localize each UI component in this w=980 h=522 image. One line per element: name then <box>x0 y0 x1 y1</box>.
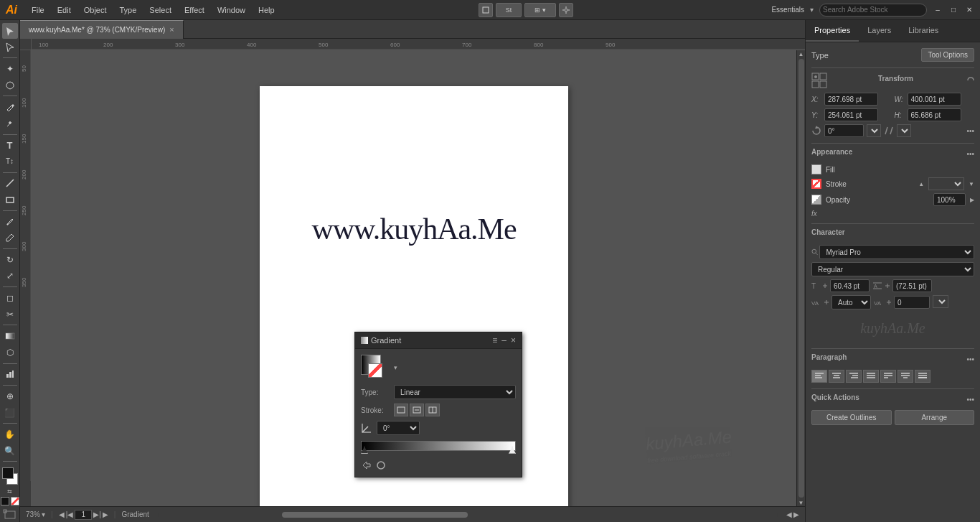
vertical-type-tool[interactable]: T↕ <box>2 154 18 169</box>
hscroll-thumb[interactable] <box>282 512 468 518</box>
stroke-weight-select[interactable] <box>928 177 964 190</box>
h-input[interactable] <box>908 108 961 121</box>
shear-select-btn[interactable]: ▾ <box>897 124 911 137</box>
workspace-dropdown[interactable]: ▾ <box>810 6 814 14</box>
canvas-viewport[interactable]: www.kuyhAa.Me Gradient ≡ – × <box>32 50 796 506</box>
gradient-reverse-icon[interactable] <box>361 460 372 471</box>
magic-wand-tool[interactable]: ✦ <box>2 61 18 77</box>
stroke-icon[interactable]: St <box>496 3 522 17</box>
scissors-tool[interactable]: ✂ <box>2 307 18 322</box>
menu-edit[interactable]: Edit <box>52 3 77 17</box>
align-left-btn[interactable] <box>811 370 827 383</box>
rectangle-tool[interactable] <box>2 192 18 208</box>
gradient-tool[interactable] <box>2 328 18 344</box>
w-input[interactable] <box>908 93 961 106</box>
constrain-icon[interactable] <box>964 75 974 85</box>
font-style-select[interactable]: Regular <box>811 262 974 276</box>
new-file-icon[interactable] <box>479 3 493 17</box>
hscroll-right[interactable]: ▶ <box>793 511 799 518</box>
gradient-panel-options-icon[interactable]: ≡ <box>492 335 497 345</box>
angle-input[interactable] <box>824 124 864 137</box>
artboard-prev[interactable]: |◀ <box>66 511 74 518</box>
hand-tool[interactable]: ✋ <box>2 427 18 442</box>
menu-select[interactable]: Select <box>143 3 177 17</box>
tab-layers[interactable]: Layers <box>859 20 900 42</box>
next-artboard[interactable]: ▶ <box>103 511 108 518</box>
zoom-tool[interactable]: 🔍 <box>2 443 18 459</box>
create-outlines-button[interactable]: Create Outlines <box>811 410 892 425</box>
menu-type[interactable]: Type <box>114 3 143 17</box>
gradient-panel-close[interactable]: × <box>511 335 516 345</box>
zoom-control[interactable]: 73% ▾ <box>26 511 45 518</box>
arrange-button[interactable]: Arrange <box>895 410 975 425</box>
rotate-tool[interactable]: ↻ <box>2 252 18 268</box>
direct-selection-tool[interactable] <box>2 39 18 55</box>
gradient-panel-header[interactable]: Gradient ≡ – × <box>355 332 522 349</box>
opacity-input[interactable] <box>933 193 966 206</box>
perspective-tool[interactable]: ⬛ <box>2 405 18 421</box>
font-size-input[interactable] <box>830 279 870 292</box>
gradient-type-select[interactable]: Linear Radial <box>394 385 516 399</box>
search-input[interactable] <box>819 4 927 17</box>
scale-tool[interactable]: ⤢ <box>2 269 18 284</box>
menu-effect[interactable]: Effect <box>179 3 210 17</box>
stroke-icon-2[interactable] <box>410 404 424 416</box>
maximize-button[interactable]: □ <box>948 5 958 15</box>
hscroll-left[interactable]: ◀ <box>786 511 792 518</box>
vertical-scrollbar[interactable]: ▲ ▼ <box>796 50 805 506</box>
column-graph-tool[interactable] <box>2 367 18 383</box>
opacity-right-btn[interactable]: ▶ <box>970 197 974 203</box>
settings-icon[interactable] <box>559 3 573 17</box>
gradient-bar[interactable] <box>361 441 516 451</box>
stroke-up-btn[interactable]: ▲ <box>918 181 924 187</box>
grid-view-icon[interactable]: ⊞ ▾ <box>524 3 556 17</box>
horizontal-scrollbar[interactable] <box>158 511 778 519</box>
swap-colors-icon[interactable]: ⇆ <box>7 488 12 495</box>
fx-button[interactable]: fx <box>811 210 817 218</box>
menu-help[interactable]: Help <box>253 3 281 17</box>
document-tab[interactable]: www.kuyhAa.Me* @ 73% (CMYK/Preview) × <box>20 20 184 39</box>
tracking-input[interactable] <box>894 296 930 309</box>
menu-object[interactable]: Object <box>78 3 113 17</box>
stroke-down-btn[interactable]: ▼ <box>969 181 974 187</box>
line-tool[interactable] <box>2 176 18 192</box>
close-button[interactable]: ✕ <box>964 5 974 15</box>
artboard-nav[interactable] <box>3 509 17 522</box>
prev-artboard[interactable]: ◀ <box>59 511 65 518</box>
stroke-swatch[interactable] <box>811 179 821 189</box>
gradient-stroke-swatch[interactable] <box>368 363 382 378</box>
paintbrush-tool[interactable] <box>2 214 18 230</box>
add-anchor-tool[interactable] <box>2 116 18 131</box>
align-right-btn[interactable] <box>846 370 862 383</box>
justify-last-center-btn[interactable] <box>897 370 913 383</box>
scroll-down[interactable]: ▼ <box>798 499 805 506</box>
none-fill-icon[interactable] <box>1 497 9 505</box>
symbol-sprayer-tool[interactable]: ⊕ <box>2 388 18 404</box>
foreground-color-swatch[interactable] <box>2 467 14 479</box>
justify-all-btn[interactable] <box>915 370 930 383</box>
lasso-tool[interactable] <box>2 78 18 93</box>
leading-input[interactable] <box>892 279 932 292</box>
tracking-dropdown[interactable]: ▾ <box>933 295 948 308</box>
fill-swatch[interactable] <box>811 164 821 174</box>
tool-options-button[interactable]: Tool Options <box>921 48 974 62</box>
menu-file[interactable]: File <box>26 3 50 17</box>
justify-last-left-btn[interactable] <box>880 370 896 383</box>
font-family-select[interactable]: Myriad Pro <box>819 245 974 259</box>
scroll-up[interactable]: ▲ <box>798 50 805 57</box>
pencil-tool[interactable] <box>2 230 18 246</box>
align-center-btn[interactable] <box>829 370 844 383</box>
blend-tool[interactable]: ⬡ <box>2 345 18 360</box>
paragraph-more[interactable]: ••• <box>966 355 974 363</box>
quick-actions-more[interactable]: ••• <box>966 396 974 404</box>
justify-btn[interactable] <box>863 370 879 383</box>
gradient-panel-minimize[interactable]: – <box>501 335 507 345</box>
eraser-tool[interactable]: ◻ <box>2 290 18 306</box>
type-tool[interactable]: T <box>2 138 18 154</box>
minimize-button[interactable]: – <box>933 5 943 15</box>
tab-properties[interactable]: Properties <box>806 20 859 42</box>
gradient-angle-select[interactable]: 0° 45° 90° 180° <box>377 421 420 435</box>
stroke-icon-3[interactable] <box>425 404 440 416</box>
selection-tool[interactable] <box>2 23 18 39</box>
transform-more[interactable]: ••• <box>966 127 974 135</box>
